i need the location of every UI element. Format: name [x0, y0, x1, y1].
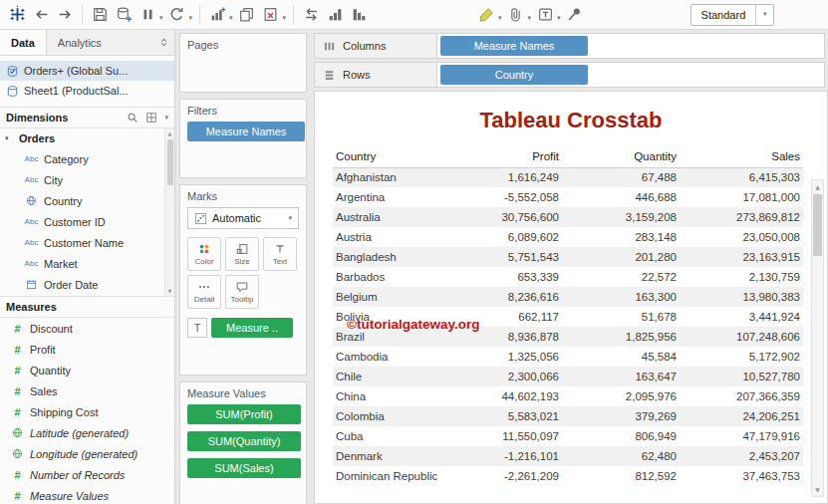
caret-down-icon[interactable]: ▾: [498, 15, 502, 22]
view-grid-icon[interactable]: [145, 112, 157, 124]
table-row[interactable]: Cuba11,550,097806,94947,179,916: [333, 426, 803, 446]
table-row[interactable]: Denmark-1,216,10162,4802,453,207: [333, 446, 803, 466]
sort-ascending-icon: [327, 6, 344, 23]
dimension-group-orders[interactable]: ▾ Orders: [0, 128, 174, 148]
caret-down-icon[interactable]: ▾: [159, 15, 163, 22]
group-members-button[interactable]: [504, 3, 528, 27]
field-order-date[interactable]: Order Date: [0, 274, 174, 295]
field-quantity[interactable]: #Quantity: [0, 360, 174, 380]
tab-data[interactable]: Data: [0, 30, 47, 55]
field-market[interactable]: AbcMarket: [0, 253, 174, 274]
table-row[interactable]: Colombia5,583,021379,26924,206,251: [333, 406, 803, 426]
globe-icon: [10, 448, 25, 459]
highlight-button[interactable]: [474, 3, 498, 27]
columns-shelf-body[interactable]: Measure Names: [437, 33, 825, 59]
field-measure-values[interactable]: #Measure Values: [0, 485, 174, 504]
field-customer-id[interactable]: AbcCustomer ID: [0, 211, 174, 232]
caret-down-icon[interactable]: ▾: [557, 15, 561, 22]
tooltip-button[interactable]: Tooltip: [225, 275, 259, 309]
search-icon[interactable]: [127, 112, 138, 124]
field-city[interactable]: AbcCity: [0, 169, 174, 190]
field-category[interactable]: AbcCategory: [0, 148, 174, 169]
scroll-thumb[interactable]: [167, 139, 173, 185]
field-customer-name[interactable]: AbcCustomer Name: [0, 232, 174, 253]
scroll-thumb[interactable]: [813, 194, 822, 256]
pill-measure-names-columns[interactable]: Measure Names: [440, 36, 588, 56]
automatic-mark-icon: [194, 212, 207, 225]
scroll-up-icon[interactable]: ▲: [812, 180, 823, 193]
detail-button[interactable]: Detail: [187, 275, 221, 309]
pill-sum-sales[interactable]: SUM(Sales): [187, 458, 301, 478]
caret-down-icon[interactable]: ▾: [283, 15, 287, 22]
table-row[interactable]: Bangladesh5,751,543201,28023,163,915: [333, 247, 803, 267]
run-updates-button[interactable]: [165, 3, 189, 27]
pill-sum-profit[interactable]: SUM(Profit): [187, 404, 301, 424]
new-worksheet-button[interactable]: [205, 3, 229, 27]
value-cell: 22,572: [562, 267, 680, 287]
datasource-item[interactable]: Orders+ (Global Su...: [0, 61, 174, 81]
field-sales[interactable]: #Sales: [0, 380, 174, 401]
fit-dropdown[interactable]: Standard ▾: [690, 4, 775, 26]
tab-analytics[interactable]: Analytics: [47, 30, 113, 55]
new-datasource-button[interactable]: [112, 3, 136, 27]
table-row[interactable]: Cambodia1,325,05645,5845,172,902: [333, 347, 803, 367]
sort-ascending-button[interactable]: [323, 3, 347, 27]
caret-down-icon[interactable]: ▾: [189, 15, 193, 22]
column-header-country[interactable]: Country: [333, 145, 444, 167]
undo-button[interactable]: [29, 3, 53, 27]
row-header-country: Austria: [333, 227, 444, 247]
marks-title: Marks: [187, 190, 299, 202]
save-button[interactable]: [88, 3, 112, 27]
pill-measure-names-filter[interactable]: Measure Names: [187, 122, 305, 141]
table-row[interactable]: Australia30,756,6003,159,208273,869,812: [333, 207, 803, 227]
table-row[interactable]: Chile2,300,066163,64710,527,780: [333, 367, 803, 386]
sort-descending-button[interactable]: [347, 3, 371, 27]
table-row[interactable]: Belgium8,236,616163,30013,980,383: [333, 287, 803, 307]
dimensions-scrollbar[interactable]: ▲ ▼: [164, 128, 174, 296]
field-shipping-cost[interactable]: #Shipping Cost: [0, 401, 174, 422]
field-number-of-records[interactable]: #Number of Records: [0, 464, 174, 485]
caret-down-icon[interactable]: ▾: [229, 15, 233, 22]
text-button[interactable]: Text: [263, 237, 297, 271]
pane-toggle-icon[interactable]: [152, 30, 174, 55]
datasource-item[interactable]: Sheet1 (ProductSal...: [0, 81, 174, 101]
table-row[interactable]: Afghanistan1,616,24967,4886,415,303: [333, 167, 803, 187]
scroll-down-icon[interactable]: ▼: [812, 483, 823, 496]
save-icon: [92, 6, 109, 23]
caret-down-icon[interactable]: ▾: [164, 115, 168, 122]
field-discount[interactable]: #Discount: [0, 318, 174, 339]
column-header-quantity[interactable]: Quantity: [562, 145, 680, 167]
table-row[interactable]: Barbados653,33922,5722,130,759: [333, 267, 803, 287]
fix-axes-button[interactable]: [563, 3, 587, 27]
text-encoding-icon[interactable]: T: [187, 318, 207, 338]
size-button[interactable]: Size: [225, 237, 259, 271]
column-header-sales[interactable]: Sales: [680, 145, 803, 167]
expand-caret-icon[interactable]: ▾: [5, 134, 14, 142]
pill-country-rows[interactable]: Country: [440, 65, 588, 85]
table-row[interactable]: China44,602,1932,095,976207,366,359: [333, 386, 803, 406]
column-header-profit[interactable]: Profit: [444, 145, 562, 167]
table-row[interactable]: Dominican Republic-2,261,209812,59237,46…: [333, 466, 803, 486]
swap-axes-button[interactable]: [299, 3, 323, 27]
table-row[interactable]: Argentina-5,552,058446,68817,081,000: [333, 187, 803, 207]
pause-updates-button[interactable]: [136, 3, 159, 27]
field-country[interactable]: Country: [0, 190, 174, 211]
field-longitude-generated[interactable]: Longitude (generated): [0, 443, 174, 464]
field-profit[interactable]: #Profit: [0, 339, 174, 360]
color-button[interactable]: Color: [187, 237, 221, 271]
field-label: Category: [44, 153, 89, 165]
caret-down-icon[interactable]: ▾: [528, 15, 532, 22]
view-scrollbar[interactable]: ▲ ▼: [811, 179, 824, 497]
field-latitude-generated[interactable]: Latitude (generated): [0, 422, 174, 443]
clear-sheet-button[interactable]: [259, 3, 283, 27]
mark-type-dropdown[interactable]: Automatic ▾: [187, 207, 299, 229]
redo-button[interactable]: [53, 3, 77, 27]
duplicate-button[interactable]: [235, 3, 259, 27]
show-mark-labels-button[interactable]: [533, 3, 557, 27]
rows-shelf-body[interactable]: Country: [437, 62, 825, 88]
scroll-up-icon[interactable]: ▲: [165, 128, 174, 138]
table-row[interactable]: Austria6,089,602283,14823,050,008: [333, 227, 803, 247]
pill-measure-names-text[interactable]: Measure ..: [211, 318, 293, 338]
pill-sum-quantity[interactable]: SUM(Quantity): [187, 431, 301, 451]
scroll-down-icon[interactable]: ▼: [165, 286, 174, 296]
